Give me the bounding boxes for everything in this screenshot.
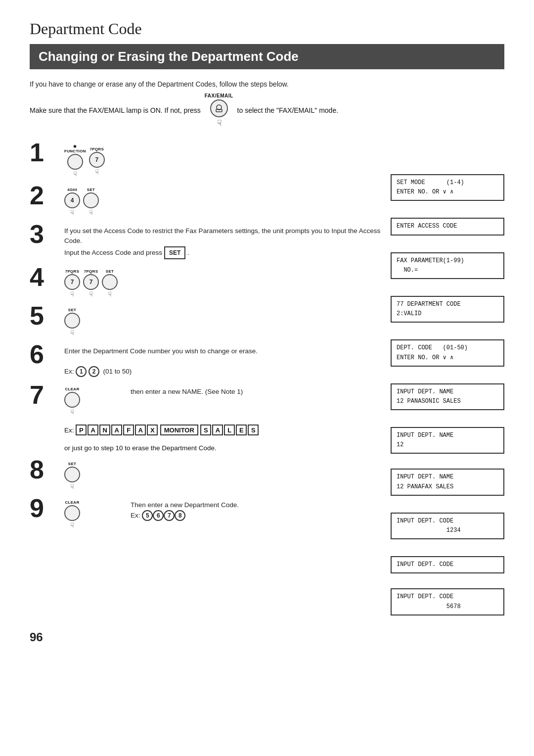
step-2-number: 2 bbox=[30, 183, 64, 208]
screens-column: SET MODE (1-4) ENTER NO. OR ∨ ∧ ENTER AC… bbox=[391, 142, 504, 615]
step-6-ex: Ex: 1 2 (01 to 50) bbox=[64, 368, 132, 375]
step-6-text: Enter the Department Code number you wis… bbox=[64, 346, 382, 378]
step-2-icons: 4GHI 4 ☟ SET ☟ bbox=[64, 188, 124, 216]
fax-email-icon bbox=[210, 99, 228, 117]
step-9-content: CLEAR ☟ Then enter a new Department Code… bbox=[64, 497, 382, 529]
function-key: ✱FUNCTION ☟ bbox=[64, 144, 86, 178]
hand-icon: ☟ bbox=[217, 118, 222, 128]
step-6-number: 6 bbox=[30, 341, 64, 367]
step-4-number: 4 bbox=[30, 264, 64, 290]
step-9-text: Then enter a new Department Code. Ex: 56… bbox=[131, 500, 382, 521]
screen-3: FAX PARAMETER(1-99) NO.= bbox=[391, 252, 504, 279]
set-key-4: SET ☟ bbox=[102, 269, 118, 298]
clear-key-9: CLEAR ☟ bbox=[64, 500, 80, 529]
step-3-content: If you set the Access Code to restrict t… bbox=[64, 223, 382, 259]
step-2-content: 4GHI 4 ☟ SET ☟ bbox=[64, 185, 382, 216]
step-8-content: SET ☟ bbox=[64, 459, 382, 490]
set-button-label: SET bbox=[164, 246, 185, 259]
step-5-icons: SET ☟ bbox=[64, 308, 124, 336]
letter-boxes-panafax: PANAFAX bbox=[76, 425, 158, 435]
fax-email-button: FAX/EMAIL ☟ bbox=[205, 93, 233, 128]
screen-5: DEPT. CODE (01-50) ENTER NO. OR ∨ ∧ bbox=[391, 339, 504, 366]
step-5-content: SET ☟ bbox=[64, 305, 382, 336]
fax-email-suffix-text: to select the "FAX/EMAIL" mode. bbox=[237, 106, 338, 114]
svg-rect-1 bbox=[216, 109, 222, 112]
step-7-number: 7 bbox=[30, 382, 64, 408]
seven-pqrs-key-1: 7PQRS 7 ☟ bbox=[89, 147, 105, 176]
step-8-icons: SET ☟ bbox=[64, 462, 124, 490]
set-key-8: SET ☟ bbox=[64, 462, 80, 490]
step-8-number: 8 bbox=[30, 457, 64, 482]
seven-pqrs-key-4a: 7PQRS 7 ☟ bbox=[64, 269, 80, 298]
step-7-content: CLEAR ☟ then enter a new NAME. (See Note… bbox=[64, 384, 382, 452]
step-3-text: If you set the Access Code to restrict t… bbox=[64, 226, 382, 259]
step-4-icons: 7PQRS 7 ☟ 7PQRS 7 ☟ SET ☟ bbox=[64, 269, 124, 298]
section-header: Changing or Erasing the Department Code bbox=[30, 44, 504, 69]
monitor-box: MONITOR bbox=[160, 425, 198, 435]
steps-column: 1 ✱FUNCTION ☟ 7PQRS 7 ☟ 2 bbox=[30, 142, 382, 536]
step-4: 4 7PQRS 7 ☟ 7PQRS 7 ☟ SET bbox=[30, 266, 382, 298]
step-9-number: 9 bbox=[30, 495, 64, 521]
screen-7b: INPUT DEPT. NAME 12 PANAFAX SALES bbox=[391, 469, 504, 495]
step-9-ex: Ex: 5678 bbox=[131, 512, 185, 519]
set-key-5: SET ☟ bbox=[64, 308, 80, 336]
step-9: 9 CLEAR ☟ Then enter a new Department Co… bbox=[30, 497, 382, 529]
fax-email-line: Make sure that the FAX/EMAIL lamp is ON.… bbox=[30, 93, 504, 128]
screen-9a: INPUT DEPT. CODE bbox=[391, 556, 504, 573]
screen-9b: INPUT DEPT. CODE 5678 bbox=[391, 588, 504, 615]
main-layout: 1 ✱FUNCTION ☟ 7PQRS 7 ☟ 2 bbox=[30, 142, 504, 615]
step-5-number: 5 bbox=[30, 303, 64, 329]
step-1-number: 1 bbox=[30, 140, 64, 165]
fax-email-intro-text: Make sure that the FAX/EMAIL lamp is ON.… bbox=[30, 106, 201, 114]
four-ghi-key: 4GHI 4 ☟ bbox=[64, 188, 80, 216]
step-6: 6 Enter the Department Code number you w… bbox=[30, 343, 382, 378]
step-1: 1 ✱FUNCTION ☟ 7PQRS 7 ☟ bbox=[30, 142, 382, 178]
clear-key-7: CLEAR ☟ bbox=[64, 387, 80, 416]
step-8: 8 SET ☟ bbox=[30, 459, 382, 490]
step-4-content: 7PQRS 7 ☟ 7PQRS 7 ☟ SET ☟ bbox=[64, 266, 382, 298]
intro-text: If you have to change or erase any of th… bbox=[30, 80, 504, 88]
screen-2: ENTER ACCESS CODE bbox=[391, 218, 504, 235]
screen-4: 77 DEPARTMENT CODE 2:VALID bbox=[391, 296, 504, 323]
fax-email-label: FAX/EMAIL bbox=[205, 93, 233, 98]
step-7-icons: CLEAR ☟ bbox=[64, 387, 124, 416]
screen-8: INPUT DEPT. CODE 1234 bbox=[391, 513, 504, 539]
step-9-icons: CLEAR ☟ bbox=[64, 500, 124, 529]
step-7-text: then enter a new NAME. (See Note 1) bbox=[131, 387, 382, 397]
letter-boxes-sales: SALES bbox=[200, 425, 259, 435]
screen-7a: INPUT DEPT. NAME 12 bbox=[391, 427, 504, 454]
step-5: 5 SET ☟ bbox=[30, 305, 382, 336]
step-7-erase-note: or just go to step 10 to erase the Depar… bbox=[64, 444, 382, 452]
step-2: 2 4GHI 4 ☟ SET ☟ bbox=[30, 185, 382, 216]
step-3-number: 3 bbox=[30, 221, 64, 247]
set-key-2: SET ☟ bbox=[83, 188, 99, 216]
screen-1: SET MODE (1-4) ENTER NO. OR ∨ ∧ bbox=[391, 174, 504, 201]
step-1-content: ✱FUNCTION ☟ 7PQRS 7 ☟ bbox=[64, 142, 382, 178]
step-6-content: Enter the Department Code number you wis… bbox=[64, 343, 382, 378]
seven-pqrs-key-4b: 7PQRS 7 ☟ bbox=[83, 269, 99, 298]
step-7-ex-label: Ex: bbox=[64, 426, 76, 434]
step-7: 7 CLEAR ☟ then enter a new NAME. (See No… bbox=[30, 384, 382, 452]
page-number: 96 bbox=[30, 630, 504, 644]
step-1-icons: ✱FUNCTION ☟ 7PQRS 7 ☟ bbox=[64, 144, 124, 178]
page-title: Department Code bbox=[30, 20, 504, 38]
screen-6: INPUT DEPT. NAME 12 PANASONIC SALES bbox=[391, 383, 504, 410]
step-3: 3 If you set the Access Code to restrict… bbox=[30, 223, 382, 259]
